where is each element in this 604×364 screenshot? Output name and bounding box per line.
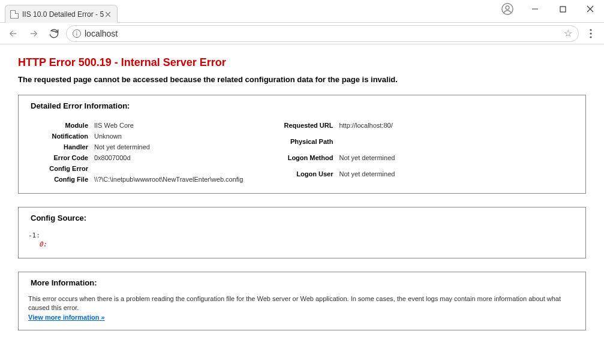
config-source-body: -1: 0: [28, 227, 576, 249]
details-right-column: Requested URLhttp://localhost:80/ Physic… [273, 120, 401, 185]
close-window-button[interactable] [576, 0, 604, 18]
page-favicon-icon [10, 10, 19, 19]
svg-point-6 [590, 36, 591, 38]
detail-label: Logon Method [273, 152, 339, 169]
detail-label: Physical Path [273, 136, 339, 152]
detail-value: http://localhost:80/ [339, 120, 401, 136]
config-source-section: Config Source: -1: 0: [18, 207, 586, 258]
detail-label: Config File [28, 174, 94, 185]
window-controls [521, 0, 604, 18]
detail-label: Handler [28, 142, 94, 152]
detailed-error-section: Detailed Error Information: ModuleIIS We… [18, 95, 586, 194]
detail-label: Config Error [28, 163, 94, 174]
site-info-icon[interactable]: i [73, 29, 81, 38]
detail-value [339, 136, 401, 152]
section-title-details: Detailed Error Information: [28, 101, 576, 110]
view-more-information-link[interactable]: View more information » [28, 314, 105, 321]
table-row: ModuleIIS Web Core [28, 120, 249, 131]
table-row: Config File\\?\C:\inetpub\wwwroot\NewTra… [28, 174, 249, 185]
config-source-line: 0: [28, 240, 576, 249]
table-row: Error Code0x8007000d [28, 152, 249, 163]
svg-point-1 [506, 6, 509, 10]
more-info-text: This error occurs when there is a proble… [28, 292, 576, 313]
table-row: Logon UserNot yet determined [273, 169, 401, 185]
svg-rect-3 [560, 7, 566, 12]
table-row: HandlerNot yet determined [28, 142, 249, 152]
more-information-section: More Information: This error occurs when… [18, 272, 586, 330]
tab-close-button[interactable] [104, 10, 112, 19]
table-row: Physical Path [273, 136, 401, 152]
detail-value [94, 163, 249, 174]
detail-label: Module [28, 120, 94, 131]
detail-label: Error Code [28, 152, 94, 163]
tab-title: IIS 10.0 Detailed Error - 5 [22, 10, 104, 19]
table-row: Logon MethodNot yet determined [273, 152, 401, 169]
details-left-column: ModuleIIS Web Core NotificationUnknown H… [28, 120, 249, 185]
detail-value: Not yet determined [339, 152, 401, 169]
table-row: Config Error [28, 163, 249, 174]
address-bar[interactable]: i localhost ☆ [66, 25, 579, 42]
config-source-line: -1: [28, 231, 576, 240]
maximize-button[interactable] [549, 0, 576, 18]
svg-point-5 [590, 32, 591, 34]
table-row: NotificationUnknown [28, 131, 249, 142]
error-subheading: The requested page cannot be accessed be… [18, 75, 586, 84]
detail-value: 0x8007000d [94, 152, 249, 163]
detail-value: Not yet determined [339, 169, 401, 185]
url-text: localhost [85, 29, 560, 38]
detail-value: Not yet determined [94, 142, 249, 152]
error-heading: HTTP Error 500.19 - Internal Server Erro… [18, 56, 586, 69]
detail-value: \\?\C:\inetpub\wwwroot\NewTravelEnter\we… [94, 174, 249, 185]
section-title-more-info: More Information: [28, 278, 576, 287]
account-icon[interactable] [501, 2, 514, 16]
browser-toolbar: i localhost ☆ [0, 23, 604, 44]
minimize-button[interactable] [521, 0, 549, 18]
detail-label: Notification [28, 131, 94, 142]
tab-strip: IIS 10.0 Detailed Error - 5 [0, 0, 118, 23]
browser-tab[interactable]: IIS 10.0 Detailed Error - 5 [5, 5, 118, 23]
reload-button[interactable] [46, 25, 62, 42]
svg-point-4 [590, 29, 591, 31]
bookmark-star-icon[interactable]: ☆ [564, 28, 572, 39]
table-row: Requested URLhttp://localhost:80/ [273, 120, 401, 136]
detail-value: Unknown [94, 131, 249, 142]
forward-button[interactable] [25, 25, 42, 42]
details-grid: ModuleIIS Web Core NotificationUnknown H… [28, 115, 576, 185]
browser-menu-button[interactable] [582, 25, 599, 42]
back-button[interactable] [5, 25, 22, 42]
window-titlebar: IIS 10.0 Detailed Error - 5 [0, 0, 604, 23]
section-title-config-source: Config Source: [28, 213, 576, 222]
detail-label: Logon User [273, 169, 339, 185]
page-content: HTTP Error 500.19 - Internal Server Erro… [0, 44, 604, 364]
detail-value: IIS Web Core [94, 120, 249, 131]
detail-label: Requested URL [273, 120, 339, 136]
